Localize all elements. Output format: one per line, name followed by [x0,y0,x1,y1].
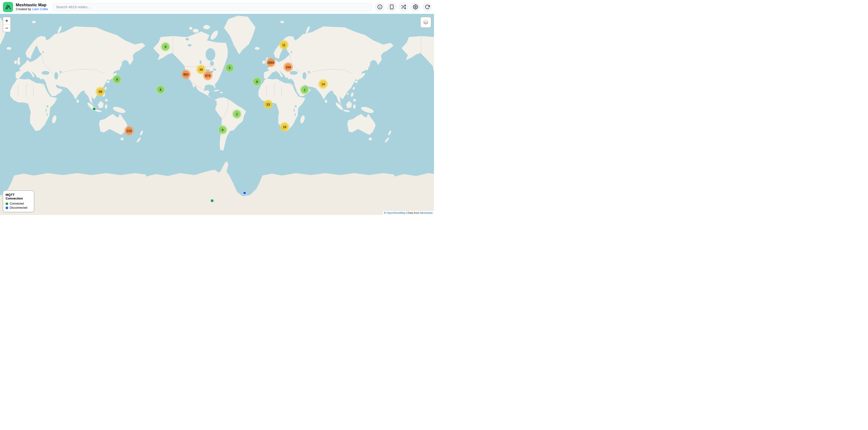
meshtastic-logo-icon [3,2,13,12]
header: Meshtastic Map Created by Liam Cottle [0,0,434,14]
meshtastic-link[interactable]: Meshtastic [420,211,433,214]
cluster-count: 39 [197,66,205,73]
node-cluster[interactable]: 2 [300,85,310,95]
legend-item-disconnected: Disconnected [6,206,31,209]
zoom-control: + − [3,17,11,32]
node-marker-disconnected[interactable] [243,191,247,195]
node-cluster[interactable]: 9 [112,74,122,84]
cluster-count: 2693 [267,59,274,66]
node-cluster[interactable]: 223 [124,126,134,136]
node-marker-connected[interactable] [92,107,96,111]
cluster-count: 16 [281,123,288,131]
search-wrap [52,3,372,11]
cluster-count: 9 [162,43,169,51]
subtitle-text: Created by [16,7,32,11]
search-input[interactable] [52,3,372,11]
node-cluster[interactable]: 8 [252,77,262,87]
cluster-count: 9 [113,76,121,83]
node-cluster[interactable]: 33 [263,100,273,109]
cluster-count: 874 [204,72,211,79]
cluster-count: 8 [253,78,260,85]
cluster-count: 14 [319,80,327,88]
page-title: Meshtastic Map [16,3,48,7]
node-cluster[interactable]: 11 [279,40,289,49]
legend-title: MQTT Connection [6,193,31,200]
node-cluster[interactable]: 650 [181,69,191,79]
node-marker-connected[interactable] [210,199,214,203]
connected-dot-icon [6,202,8,205]
attribution-text: | Data from [405,211,420,214]
disconnected-dot-icon [6,206,8,209]
node-cluster[interactable]: 5 [225,63,235,73]
refresh-button[interactable] [423,2,432,12]
node-cluster[interactable]: 2 [232,109,242,119]
cluster-count: 33 [265,101,272,108]
legend-label: Connected [10,202,24,205]
node-cluster[interactable]: 2693 [266,58,276,67]
legend-item-connected: Connected [6,202,31,205]
node-cluster[interactable]: 8 [218,125,227,135]
node-cluster[interactable]: 154 [283,62,293,72]
map-tiles [0,14,434,215]
openstreetmap-link[interactable]: OpenStreetMap [386,211,405,214]
zoom-out-button[interactable]: − [3,25,10,32]
smartphone-icon [389,4,394,9]
info-icon [377,4,382,9]
node-cluster[interactable]: 58 [95,87,105,96]
mobile-app-button[interactable] [387,2,397,12]
header-buttons [375,2,432,12]
cluster-count: 2 [233,110,241,118]
author-link[interactable]: Liam Cottle [32,7,48,11]
cluster-count: 650 [182,71,190,78]
layers-control[interactable] [420,17,431,28]
world-map[interactable]: + − 911269315439650874581429586332168223… [0,14,434,215]
node-cluster[interactable]: 6 [156,85,165,94]
cluster-count: 5 [226,64,233,71]
node-cluster[interactable]: 874 [203,71,213,80]
node-cluster[interactable]: 9 [161,42,170,52]
node-cluster[interactable]: 16 [280,122,289,132]
cluster-count: 8 [219,126,226,133]
mqtt-legend: MQTT Connection Connected Disconnected [3,190,34,212]
cluster-count: 11 [280,41,287,48]
settings-button[interactable] [410,2,420,12]
cluster-count: 223 [125,127,133,134]
cluster-count: 6 [157,86,164,93]
layers-icon [423,19,429,26]
title-block: Meshtastic Map Created by Liam Cottle [16,3,48,11]
cluster-count: 58 [97,88,104,95]
attribution: © OpenStreetMap | Data from Meshtastic [383,211,434,215]
cluster-count: 2 [301,86,308,94]
shuffle-icon [401,4,406,9]
page-subtitle: Created by Liam Cottle [16,7,48,11]
legend-label: Disconnected [10,206,27,209]
random-node-button[interactable] [399,2,408,12]
cluster-count: 154 [285,63,292,71]
node-cluster[interactable]: 14 [318,79,328,89]
refresh-icon [425,4,430,9]
zoom-in-button[interactable]: + [3,17,10,25]
info-button[interactable] [375,2,384,12]
gear-icon [413,4,418,9]
copyright-text: © [384,211,386,214]
